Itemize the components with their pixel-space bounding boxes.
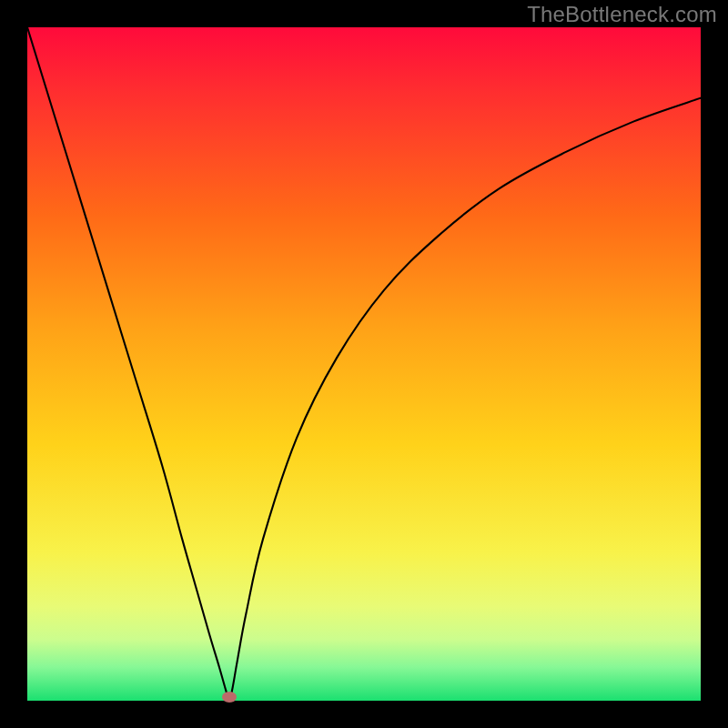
watermark-label: TheBottleneck.com	[527, 2, 717, 27]
chart-svg	[27, 27, 701, 701]
bottleneck-curve	[27, 27, 701, 701]
minimum-marker	[222, 692, 237, 703]
chart-plot-area	[27, 27, 701, 701]
